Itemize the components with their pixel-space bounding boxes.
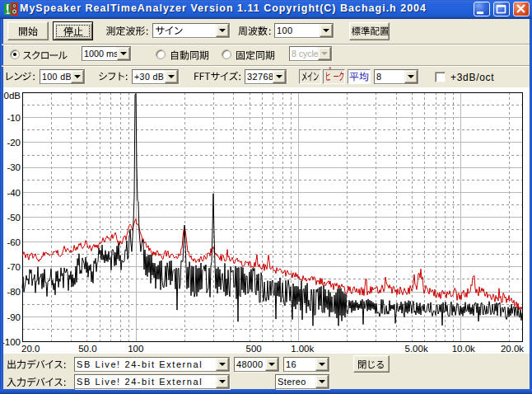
- svg-text:-80: -80: [7, 287, 21, 297]
- svg-text:-90: -90: [7, 312, 21, 322]
- svg-text:-100: -100: [3, 337, 21, 347]
- svg-text:-70: -70: [7, 262, 21, 272]
- svg-text:-10: -10: [7, 113, 21, 123]
- svg-text:500: 500: [246, 344, 262, 354]
- svg-text:100: 100: [128, 344, 143, 354]
- svg-text:-40: -40: [7, 188, 21, 198]
- svg-text:-60: -60: [7, 237, 21, 247]
- svg-text:20.0k: 20.0k: [501, 344, 524, 354]
- svg-text:5.00k: 5.00k: [405, 344, 428, 354]
- svg-text:-50: -50: [7, 213, 21, 223]
- svg-text:50.0: 50.0: [78, 344, 96, 354]
- svg-text:-30: -30: [7, 162, 21, 172]
- svg-text:-20: -20: [7, 138, 21, 148]
- svg-text:20.0: 20.0: [21, 344, 40, 354]
- svg-text:1.00k: 1.00k: [291, 344, 314, 354]
- svg-text:10.0k: 10.0k: [452, 344, 475, 354]
- svg-text:0dB: 0dB: [4, 91, 21, 101]
